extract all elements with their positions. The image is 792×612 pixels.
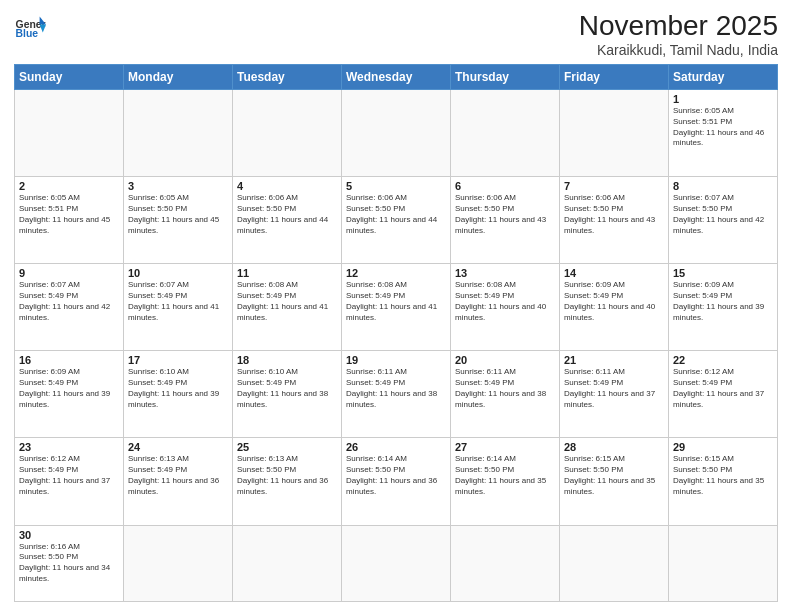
cell-content: Sunrise: 6:12 AM Sunset: 5:49 PM Dayligh…	[19, 454, 119, 497]
day-number: 30	[19, 529, 119, 541]
table-row: 6Sunrise: 6:06 AM Sunset: 5:50 PM Daylig…	[451, 177, 560, 264]
day-number: 26	[346, 441, 446, 453]
cell-content: Sunrise: 6:05 AM Sunset: 5:51 PM Dayligh…	[673, 106, 773, 149]
calendar-table: Sunday Monday Tuesday Wednesday Thursday…	[14, 64, 778, 602]
table-row: 23Sunrise: 6:12 AM Sunset: 5:49 PM Dayli…	[15, 438, 124, 525]
day-number: 16	[19, 354, 119, 366]
cell-content: Sunrise: 6:07 AM Sunset: 5:49 PM Dayligh…	[128, 280, 228, 323]
page: General Blue November 2025 Karaikkudi, T…	[0, 0, 792, 612]
day-number: 27	[455, 441, 555, 453]
day-number: 7	[564, 180, 664, 192]
cell-content: Sunrise: 6:05 AM Sunset: 5:50 PM Dayligh…	[128, 193, 228, 236]
cell-content: Sunrise: 6:16 AM Sunset: 5:50 PM Dayligh…	[19, 542, 119, 585]
svg-text:Blue: Blue	[16, 28, 39, 39]
table-row: 20Sunrise: 6:11 AM Sunset: 5:49 PM Dayli…	[451, 351, 560, 438]
day-number: 6	[455, 180, 555, 192]
table-row	[451, 90, 560, 177]
col-tuesday: Tuesday	[233, 65, 342, 90]
table-row: 13Sunrise: 6:08 AM Sunset: 5:49 PM Dayli…	[451, 264, 560, 351]
table-row: 3Sunrise: 6:05 AM Sunset: 5:50 PM Daylig…	[124, 177, 233, 264]
day-number: 14	[564, 267, 664, 279]
logo: General Blue	[14, 10, 46, 42]
day-number: 12	[346, 267, 446, 279]
main-title: November 2025	[579, 10, 778, 42]
logo-icon: General Blue	[14, 10, 46, 42]
day-number: 20	[455, 354, 555, 366]
cell-content: Sunrise: 6:09 AM Sunset: 5:49 PM Dayligh…	[564, 280, 664, 323]
day-number: 25	[237, 441, 337, 453]
day-number: 24	[128, 441, 228, 453]
table-row: 11Sunrise: 6:08 AM Sunset: 5:49 PM Dayli…	[233, 264, 342, 351]
col-saturday: Saturday	[669, 65, 778, 90]
day-number: 4	[237, 180, 337, 192]
col-monday: Monday	[124, 65, 233, 90]
table-row: 22Sunrise: 6:12 AM Sunset: 5:49 PM Dayli…	[669, 351, 778, 438]
table-row: 2Sunrise: 6:05 AM Sunset: 5:51 PM Daylig…	[15, 177, 124, 264]
day-number: 22	[673, 354, 773, 366]
table-row: 5Sunrise: 6:06 AM Sunset: 5:50 PM Daylig…	[342, 177, 451, 264]
table-row: 26Sunrise: 6:14 AM Sunset: 5:50 PM Dayli…	[342, 438, 451, 525]
day-number: 23	[19, 441, 119, 453]
day-number: 8	[673, 180, 773, 192]
day-number: 17	[128, 354, 228, 366]
table-row	[124, 90, 233, 177]
col-wednesday: Wednesday	[342, 65, 451, 90]
cell-content: Sunrise: 6:11 AM Sunset: 5:49 PM Dayligh…	[455, 367, 555, 410]
table-row	[124, 525, 233, 601]
table-row: 24Sunrise: 6:13 AM Sunset: 5:49 PM Dayli…	[124, 438, 233, 525]
day-number: 5	[346, 180, 446, 192]
cell-content: Sunrise: 6:06 AM Sunset: 5:50 PM Dayligh…	[346, 193, 446, 236]
table-row: 28Sunrise: 6:15 AM Sunset: 5:50 PM Dayli…	[560, 438, 669, 525]
table-row: 8Sunrise: 6:07 AM Sunset: 5:50 PM Daylig…	[669, 177, 778, 264]
table-row: 27Sunrise: 6:14 AM Sunset: 5:50 PM Dayli…	[451, 438, 560, 525]
table-row: 4Sunrise: 6:06 AM Sunset: 5:50 PM Daylig…	[233, 177, 342, 264]
table-row: 21Sunrise: 6:11 AM Sunset: 5:49 PM Dayli…	[560, 351, 669, 438]
table-row: 7Sunrise: 6:06 AM Sunset: 5:50 PM Daylig…	[560, 177, 669, 264]
day-number: 13	[455, 267, 555, 279]
day-number: 11	[237, 267, 337, 279]
cell-content: Sunrise: 6:11 AM Sunset: 5:49 PM Dayligh…	[346, 367, 446, 410]
table-row	[669, 525, 778, 601]
table-row: 9Sunrise: 6:07 AM Sunset: 5:49 PM Daylig…	[15, 264, 124, 351]
subtitle: Karaikkudi, Tamil Nadu, India	[579, 42, 778, 58]
day-number: 9	[19, 267, 119, 279]
cell-content: Sunrise: 6:12 AM Sunset: 5:49 PM Dayligh…	[673, 367, 773, 410]
table-row: 30Sunrise: 6:16 AM Sunset: 5:50 PM Dayli…	[15, 525, 124, 601]
col-thursday: Thursday	[451, 65, 560, 90]
cell-content: Sunrise: 6:15 AM Sunset: 5:50 PM Dayligh…	[673, 454, 773, 497]
title-block: November 2025 Karaikkudi, Tamil Nadu, In…	[579, 10, 778, 58]
table-row: 17Sunrise: 6:10 AM Sunset: 5:49 PM Dayli…	[124, 351, 233, 438]
cell-content: Sunrise: 6:13 AM Sunset: 5:49 PM Dayligh…	[128, 454, 228, 497]
cell-content: Sunrise: 6:08 AM Sunset: 5:49 PM Dayligh…	[346, 280, 446, 323]
cell-content: Sunrise: 6:05 AM Sunset: 5:51 PM Dayligh…	[19, 193, 119, 236]
day-number: 1	[673, 93, 773, 105]
cell-content: Sunrise: 6:08 AM Sunset: 5:49 PM Dayligh…	[237, 280, 337, 323]
table-row: 16Sunrise: 6:09 AM Sunset: 5:49 PM Dayli…	[15, 351, 124, 438]
day-number: 18	[237, 354, 337, 366]
table-row	[233, 525, 342, 601]
day-number: 2	[19, 180, 119, 192]
cell-content: Sunrise: 6:06 AM Sunset: 5:50 PM Dayligh…	[237, 193, 337, 236]
table-row: 14Sunrise: 6:09 AM Sunset: 5:49 PM Dayli…	[560, 264, 669, 351]
cell-content: Sunrise: 6:07 AM Sunset: 5:50 PM Dayligh…	[673, 193, 773, 236]
table-row	[15, 90, 124, 177]
cell-content: Sunrise: 6:09 AM Sunset: 5:49 PM Dayligh…	[19, 367, 119, 410]
cell-content: Sunrise: 6:06 AM Sunset: 5:50 PM Dayligh…	[564, 193, 664, 236]
day-number: 21	[564, 354, 664, 366]
cell-content: Sunrise: 6:08 AM Sunset: 5:49 PM Dayligh…	[455, 280, 555, 323]
day-number: 15	[673, 267, 773, 279]
cell-content: Sunrise: 6:11 AM Sunset: 5:49 PM Dayligh…	[564, 367, 664, 410]
table-row: 29Sunrise: 6:15 AM Sunset: 5:50 PM Dayli…	[669, 438, 778, 525]
cell-content: Sunrise: 6:14 AM Sunset: 5:50 PM Dayligh…	[346, 454, 446, 497]
table-row: 15Sunrise: 6:09 AM Sunset: 5:49 PM Dayli…	[669, 264, 778, 351]
table-row	[342, 90, 451, 177]
cell-content: Sunrise: 6:07 AM Sunset: 5:49 PM Dayligh…	[19, 280, 119, 323]
table-row	[233, 90, 342, 177]
day-number: 19	[346, 354, 446, 366]
table-row: 1Sunrise: 6:05 AM Sunset: 5:51 PM Daylig…	[669, 90, 778, 177]
day-number: 10	[128, 267, 228, 279]
cell-content: Sunrise: 6:10 AM Sunset: 5:49 PM Dayligh…	[237, 367, 337, 410]
table-row	[560, 525, 669, 601]
table-row: 18Sunrise: 6:10 AM Sunset: 5:49 PM Dayli…	[233, 351, 342, 438]
cell-content: Sunrise: 6:06 AM Sunset: 5:50 PM Dayligh…	[455, 193, 555, 236]
